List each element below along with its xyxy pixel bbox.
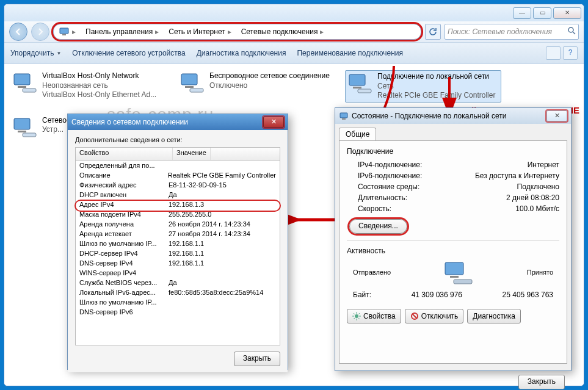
disable-device-button[interactable]: Отключение сетевого устройства <box>72 49 185 57</box>
svg-rect-14 <box>18 131 26 132</box>
svg-rect-17 <box>342 118 346 120</box>
details-header: Дополнительные сведения о сети: <box>75 136 280 143</box>
details-table-header: Свойство Значение <box>75 147 280 161</box>
computer-icon <box>59 26 70 37</box>
details-row: DHCP включенДа <box>76 191 280 201</box>
breadcrumb-item[interactable]: Сетевые подключения ▸ <box>236 24 329 39</box>
tab-general[interactable]: Общие <box>339 128 376 140</box>
svg-rect-0 <box>60 28 68 34</box>
titlebar: — ▭ ✕ <box>4 4 584 21</box>
disable-button[interactable]: Отключить <box>405 309 464 323</box>
details-button[interactable]: Сведения... <box>349 219 407 234</box>
sent-label: Отправлено <box>353 269 391 276</box>
close-button[interactable]: Закрыть <box>518 375 565 389</box>
details-row: DHCP-сервер IPv4192.168.1.1 <box>76 250 280 259</box>
connection-status-dialog: Состояние - Подключение по локальной сет… <box>335 107 572 371</box>
svg-rect-6 <box>23 88 36 92</box>
svg-rect-11 <box>353 87 361 88</box>
network-adapter-icon <box>179 71 205 93</box>
activity-section-label: Активность <box>347 247 559 255</box>
svg-line-3 <box>573 32 575 34</box>
connection-item[interactable]: Беспроводное сетевое соединениеОтключено <box>178 70 333 103</box>
svg-rect-4 <box>14 74 30 85</box>
gear-icon <box>352 312 361 320</box>
diagnose-button[interactable]: Диагностика <box>467 309 521 323</box>
svg-rect-9 <box>190 88 203 92</box>
svg-point-21 <box>355 314 358 318</box>
svg-rect-1 <box>62 34 66 35</box>
diagnose-button[interactable]: Диагностика подключения <box>197 49 286 57</box>
connection-section-label: Подключение <box>347 147 559 156</box>
connection-item[interactable]: VirtualBox Host-Only NetworkНеопознанная… <box>10 70 165 103</box>
dialog-titlebar[interactable]: Состояние - Подключение по локальной сет… <box>335 108 571 124</box>
details-row: Физический адресE8-11-32-9D-09-15 <box>76 181 280 191</box>
svg-rect-15 <box>23 133 36 137</box>
svg-point-2 <box>568 27 573 32</box>
navigation-bar: ▸ Панель управления ▸ Сеть и Интернет ▸ … <box>4 21 584 43</box>
details-row: Адрес IPv4192.168.1.3 <box>76 201 280 211</box>
details-row: Аренда истекает27 ноября 2014 г. 14:23:3… <box>76 230 280 240</box>
search-icon <box>568 27 576 37</box>
details-row: ОписаниеRealtek PCIe GBE Family Controll… <box>76 172 280 181</box>
dialog-close-button[interactable]: ✕ <box>263 117 284 128</box>
svg-rect-13 <box>14 118 30 129</box>
network-adapter-icon <box>12 71 37 93</box>
details-row: WINS-сервер IPv4 <box>76 269 280 279</box>
breadcrumb-item[interactable]: Панель управления ▸ <box>81 24 164 39</box>
details-row: Шлюз по умолчанию IP...192.168.1.1 <box>76 240 280 250</box>
command-bar: Упорядочить ▼ Отключение сетевого устрой… <box>4 43 584 64</box>
svg-rect-16 <box>340 113 347 118</box>
help-button[interactable]: ? <box>563 46 578 60</box>
organize-menu[interactable]: Упорядочить ▼ <box>10 49 61 57</box>
network-icon <box>339 111 349 121</box>
sent-bytes: 41 309 036 976 <box>412 291 462 299</box>
svg-line-23 <box>412 314 417 319</box>
breadcrumb[interactable]: ▸ Панель управления ▸ Сеть и Интернет ▸ … <box>53 24 421 40</box>
received-bytes: 25 405 963 763 <box>503 291 553 299</box>
svg-rect-10 <box>349 74 365 85</box>
received-label: Принято <box>527 269 553 276</box>
maximize-button[interactable]: ▭ <box>533 7 551 19</box>
breadcrumb-item[interactable]: Сеть и Интернет ▸ <box>164 24 236 39</box>
details-row: Аренда получена26 ноября 2014 г. 14:23:3… <box>76 220 280 230</box>
activity-icon <box>441 259 476 286</box>
svg-rect-19 <box>450 276 459 278</box>
forward-button[interactable] <box>31 23 49 41</box>
network-adapter-icon <box>12 116 37 138</box>
properties-button[interactable]: Свойства <box>347 309 401 323</box>
details-row: Служба NetBIOS через...Да <box>76 279 280 289</box>
disable-icon <box>410 312 419 320</box>
details-row: DNS-сервер IPv4192.168.1.1 <box>76 259 280 269</box>
details-row: DNS-сервер IPv6 <box>76 308 280 318</box>
svg-rect-12 <box>358 89 371 93</box>
svg-rect-8 <box>185 86 194 88</box>
svg-rect-20 <box>454 280 472 284</box>
close-button[interactable]: ✕ <box>553 7 581 19</box>
details-row: Маска подсети IPv4255.255.255.0 <box>76 211 280 220</box>
close-button[interactable]: Закрыть <box>234 352 280 366</box>
svg-rect-7 <box>181 74 197 85</box>
dialog-titlebar[interactable]: Сведения о сетевом подключении ✕ <box>68 114 288 130</box>
minimize-button[interactable]: — <box>513 7 531 19</box>
details-row: Локальный IPv6-адрес...fe80::68d5:35a8:d… <box>76 289 280 298</box>
svg-rect-18 <box>445 262 463 275</box>
details-table-body: Определенный для по...ОписаниеRealtek PC… <box>75 161 280 345</box>
view-options-button[interactable] <box>546 46 561 60</box>
rename-button[interactable]: Переименование подключения <box>297 49 403 57</box>
network-adapter-icon <box>347 72 372 94</box>
bytes-label: Байт: <box>353 291 371 299</box>
network-details-dialog: Сведения о сетевом подключении ✕ Дополни… <box>67 114 288 370</box>
search-input[interactable]: Поиск: Сетевые подключения <box>445 24 579 40</box>
dialog-close-button[interactable]: ✕ <box>546 110 567 121</box>
refresh-button[interactable] <box>425 24 441 40</box>
back-button[interactable] <box>9 23 27 41</box>
svg-rect-5 <box>18 86 26 88</box>
details-row: Определенный для по... <box>76 162 280 172</box>
details-row: Шлюз по умолчанию IP... <box>76 298 280 308</box>
connection-item[interactable]: Подключение по локальной сетиСетьRealtek… <box>345 70 501 103</box>
